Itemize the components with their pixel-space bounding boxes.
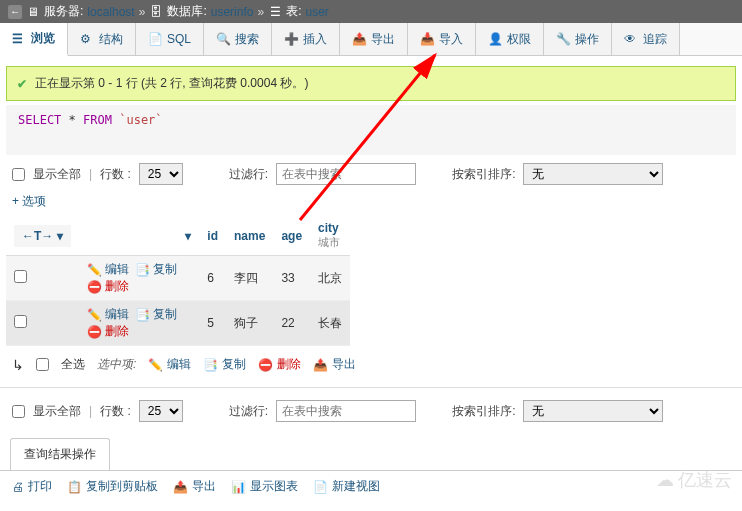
tab-browse[interactable]: ☰浏览 <box>0 23 68 56</box>
browse-icon: ☰ <box>12 32 26 46</box>
tab-structure[interactable]: ⚙结构 <box>68 23 136 55</box>
export-icon: 📤 <box>313 358 328 372</box>
row-checkbox[interactable] <box>14 270 27 283</box>
breadcrumb-collapse[interactable]: ← <box>8 5 22 19</box>
pencil-icon: ✏️ <box>87 263 102 277</box>
insert-icon: ➕ <box>284 32 298 46</box>
tab-privileges[interactable]: 👤权限 <box>476 23 544 55</box>
rows-label: 行数 : <box>100 403 131 420</box>
show-all-checkbox[interactable] <box>12 168 25 181</box>
filter-label: 过滤行: <box>229 166 268 183</box>
breadcrumb-sep: » <box>139 5 146 19</box>
sort-index-select[interactable]: 无 <box>523 163 663 185</box>
sort-dropdown-icon[interactable]: ▾ <box>57 229 63 243</box>
tab-insert[interactable]: ➕插入 <box>272 23 340 55</box>
sort-arrow-label: ←T→ <box>22 229 53 243</box>
filter-input[interactable] <box>276 400 416 422</box>
result-export-link[interactable]: 📤导出 <box>173 478 216 495</box>
status-text: 正在显示第 0 - 1 行 (共 2 行, 查询花费 0.0004 秒。) <box>35 75 308 92</box>
sort-index-select[interactable]: 无 <box>523 400 663 422</box>
cell-id: 6 <box>199 256 226 301</box>
cell-id: 5 <box>199 301 226 346</box>
result-print-link[interactable]: 🖨打印 <box>12 478 52 495</box>
sort-index-label: 按索引排序: <box>452 166 515 183</box>
server-icon: 🖥 <box>26 5 40 19</box>
column-header-name[interactable]: name <box>226 216 273 256</box>
export-icon: 📤 <box>352 32 366 46</box>
chart-icon: 📊 <box>231 480 246 494</box>
result-copy-clipboard-link[interactable]: 📋复制到剪贴板 <box>67 478 158 495</box>
tab-search-label: 搜索 <box>235 31 259 48</box>
breadcrumb-sep: » <box>257 5 264 19</box>
row-delete-link[interactable]: ⛔删除 <box>87 278 129 295</box>
result-chart-link[interactable]: 📊显示图表 <box>231 478 298 495</box>
tab-insert-label: 插入 <box>303 31 327 48</box>
breadcrumb: ← 🖥 服务器: localhost » 🗄 数据库: userinfo » ☰… <box>0 0 742 23</box>
rows-select[interactable]: 25 <box>139 400 183 422</box>
divider <box>0 387 742 388</box>
structure-icon: ⚙ <box>80 32 94 46</box>
filter-input[interactable] <box>276 163 416 185</box>
result-new-view-link[interactable]: 📄新建视图 <box>313 478 380 495</box>
delete-icon: ⛔ <box>87 325 102 339</box>
sort-index-label: 按索引排序: <box>452 403 515 420</box>
printer-icon: 🖨 <box>12 480 24 494</box>
export-icon: 📤 <box>173 480 188 494</box>
tab-tracking[interactable]: 👁追踪 <box>612 23 680 55</box>
import-icon: 📥 <box>420 32 434 46</box>
rows-select[interactable]: 25 <box>139 163 183 185</box>
bulk-edit-link[interactable]: ✏️编辑 <box>148 356 191 373</box>
bulk-export-link[interactable]: 📤导出 <box>313 356 356 373</box>
show-all-label: 显示全部 <box>33 166 81 183</box>
clipboard-icon: 📋 <box>67 480 82 494</box>
sort-direction-header[interactable]: ←T→ ▾ <box>6 216 79 256</box>
breadcrumb-server-value[interactable]: localhost <box>87 5 134 19</box>
select-all-checkbox[interactable] <box>36 358 49 371</box>
tab-import-label: 导入 <box>439 31 463 48</box>
show-all-label: 显示全部 <box>33 403 81 420</box>
column-header-city[interactable]: city 城市 <box>310 216 350 256</box>
column-header-age[interactable]: age <box>273 216 310 256</box>
sql-query-box[interactable]: SELECT * FROM `user` <box>6 105 736 155</box>
tab-browse-label: 浏览 <box>31 30 55 47</box>
breadcrumb-db-label: 数据库: <box>167 3 206 20</box>
select-all-label[interactable]: 全选 <box>61 356 85 373</box>
sql-table: `user` <box>119 113 162 127</box>
row-edit-link[interactable]: ✏️编辑 <box>87 306 129 323</box>
cell-city: 北京 <box>310 256 350 301</box>
tab-operations-label: 操作 <box>575 31 599 48</box>
row-copy-link[interactable]: 📑复制 <box>135 306 177 323</box>
breadcrumb-table-value[interactable]: user <box>305 5 328 19</box>
tab-sql-label: SQL <box>167 32 191 46</box>
row-delete-link[interactable]: ⛔删除 <box>87 323 129 340</box>
action-dropdown-icon[interactable]: ▾ <box>185 229 191 243</box>
tab-sql[interactable]: 📄SQL <box>136 23 204 55</box>
show-all-checkbox[interactable] <box>12 405 25 418</box>
bulk-copy-link[interactable]: 📑复制 <box>203 356 246 373</box>
column-header-city-sub: 城市 <box>318 235 342 250</box>
row-copy-link[interactable]: 📑复制 <box>135 261 177 278</box>
tab-import[interactable]: 📥导入 <box>408 23 476 55</box>
sql-star: * <box>69 113 76 127</box>
sql-icon: 📄 <box>148 32 162 46</box>
tab-operations[interactable]: 🔧操作 <box>544 23 612 55</box>
actions-header: ▾ <box>79 216 199 256</box>
row-checkbox[interactable] <box>14 315 27 328</box>
filter-label: 过滤行: <box>229 403 268 420</box>
result-ops-tab[interactable]: 查询结果操作 <box>10 438 110 470</box>
tab-export[interactable]: 📤导出 <box>340 23 408 55</box>
tab-structure-label: 结构 <box>99 31 123 48</box>
cell-age: 22 <box>273 301 310 346</box>
column-header-id[interactable]: id <box>199 216 226 256</box>
row-edit-link[interactable]: ✏️编辑 <box>87 261 129 278</box>
tab-search[interactable]: 🔍搜索 <box>204 23 272 55</box>
copy-icon: 📑 <box>135 308 150 322</box>
privileges-icon: 👤 <box>488 32 502 46</box>
column-header-city-main: city <box>318 221 339 235</box>
tracking-icon: 👁 <box>624 32 638 46</box>
bulk-delete-link[interactable]: ⛔删除 <box>258 356 301 373</box>
tab-tracking-label: 追踪 <box>643 31 667 48</box>
options-toggle[interactable]: + 选项 <box>0 193 742 216</box>
tab-bar: ☰浏览 ⚙结构 📄SQL 🔍搜索 ➕插入 📤导出 📥导入 👤权限 🔧操作 👁追踪 <box>0 23 742 56</box>
breadcrumb-db-value[interactable]: userinfo <box>211 5 254 19</box>
